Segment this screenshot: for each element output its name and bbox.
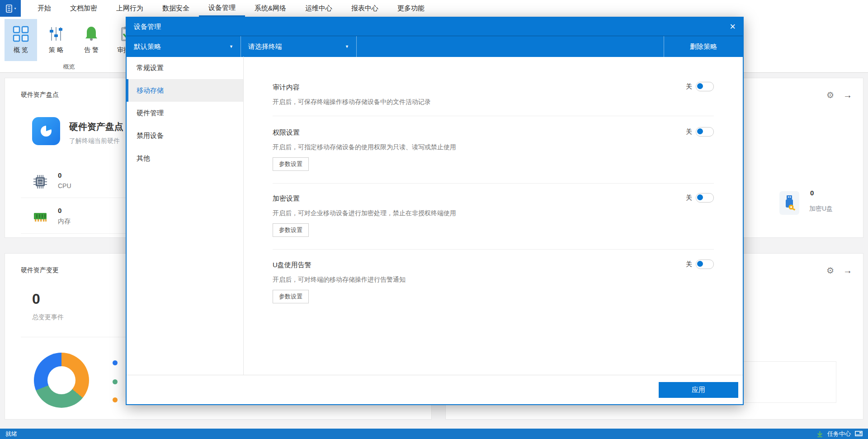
- bell-alert-icon: [83, 26, 99, 42]
- toggle-knob: [697, 128, 703, 134]
- memory-count-label: 内存: [58, 217, 71, 226]
- section-description: 开启后，可对企业移动设备进行加密处理，禁止在非授权终端使用: [273, 209, 714, 217]
- app-logo-icon: [5, 4, 13, 13]
- modal-content: 审计内容 关 开启后，可保存终端操作移动存储设备中的文件活动记录 权限设置 关 …: [244, 57, 743, 375]
- section-description: 开启后，可对终端的移动存储操作进行告警通知: [273, 276, 714, 284]
- grid-overview-icon: [13, 26, 29, 42]
- sidebar-item-disable-devices[interactable]: 禁用设备: [127, 124, 243, 147]
- svg-text:CPU: CPU: [38, 181, 43, 184]
- usb-usage-alert-toggle[interactable]: [696, 260, 714, 269]
- memory-count-value: 0: [58, 207, 61, 214]
- total-change-label: 总变更事件: [32, 313, 64, 321]
- task-center-button[interactable]: 任务中心: [827, 430, 851, 438]
- hardware-change-donut-chart: [34, 353, 89, 408]
- hardware-inventory-tile[interactable]: [32, 117, 60, 145]
- menu-item-more-functions[interactable]: 更多功能: [388, 0, 434, 17]
- ribbon-buttons: 概 览 策 略 告 警: [5, 19, 143, 61]
- terminal-dropdown-value: 请选择终端: [248, 42, 282, 51]
- sidebar-item-hardware-management[interactable]: 硬件管理: [127, 102, 243, 124]
- close-icon[interactable]: ×: [730, 22, 736, 31]
- arrow-right-icon[interactable]: →: [843, 265, 852, 276]
- modal-sidebar: 常规设置 移动存储 硬件管理 禁用设备 其他: [127, 57, 244, 375]
- card-header: 硬件资产盘点: [21, 91, 59, 99]
- gear-icon[interactable]: ⚙: [826, 265, 834, 276]
- section-title: 加密设置: [273, 194, 714, 203]
- sidebar-item-other[interactable]: 其他: [127, 147, 243, 170]
- delete-policy-button[interactable]: 删除策略: [664, 36, 743, 57]
- permission-settings-toggle[interactable]: [696, 127, 714, 137]
- monitor-icon[interactable]: [855, 431, 863, 437]
- toggle-state-label: 关: [686, 83, 692, 91]
- toolbar-spacer: [357, 36, 664, 57]
- ribbon-group-label: 概览: [0, 63, 138, 71]
- sliders-policy-icon: [48, 26, 64, 42]
- parameter-settings-button[interactable]: 参数设置: [273, 157, 309, 171]
- toggle-state-label: 关: [686, 128, 692, 136]
- download-icon[interactable]: [816, 430, 823, 438]
- pie-chart-icon: [39, 124, 53, 138]
- toggle-knob: [697, 194, 703, 200]
- encrypted-usb-value: 0: [810, 189, 814, 197]
- menu-item-start[interactable]: 开始: [28, 0, 61, 17]
- modal-title-bar: 设备管理 ×: [127, 18, 743, 36]
- section-title: 审计内容: [273, 83, 714, 92]
- encrypted-usb-label: 加密U盘: [809, 205, 833, 213]
- section-audit-content: 审计内容 关 开启后，可保存终端操作移动存储设备中的文件活动记录: [273, 77, 714, 116]
- gear-icon[interactable]: ⚙: [826, 90, 834, 100]
- ribbon-button-label: 告 警: [84, 46, 99, 54]
- menu-item-report-center[interactable]: 报表中心: [342, 0, 388, 17]
- ram-stick-icon: [33, 212, 47, 225]
- cpu-count-value: 0: [58, 171, 61, 179]
- legend-dot-orange: [113, 397, 118, 402]
- toggle-state-label: 关: [686, 260, 692, 269]
- section-description: 开启后，可保存终端操作移动存储设备中的文件活动记录: [273, 98, 714, 106]
- ribbon-button-overview[interactable]: 概 览: [5, 19, 37, 61]
- arrow-right-icon[interactable]: →: [843, 90, 852, 100]
- chevron-down-icon: ▼: [229, 44, 233, 49]
- menu-item-data-security[interactable]: 数据安全: [153, 0, 199, 17]
- ribbon-button-alert[interactable]: 告 警: [75, 19, 108, 61]
- status-bar: 就绪 任务中心: [0, 429, 868, 439]
- status-ready-text: 就绪: [5, 430, 17, 438]
- top-menu-bar: ▾ 开始 文档加密 上网行为 数据安全 设备管理 系统&网络 运维中心 报表中心…: [0, 0, 868, 17]
- cpu-count-label: CPU: [58, 182, 71, 189]
- parameter-settings-button[interactable]: 参数设置: [273, 223, 309, 237]
- section-permission-settings: 权限设置 关 开启后，可指定移动存储设备的使用权限为只读、读写或禁止使用 参数设…: [273, 116, 714, 184]
- modal-body: 常规设置 移动存储 硬件管理 禁用设备 其他 审计内容 关 开启后，可保存终端操…: [127, 57, 743, 375]
- section-description: 开启后，可指定移动存储设备的使用权限为只读、读写或禁止使用: [273, 143, 714, 151]
- toggle-knob: [697, 83, 703, 89]
- ribbon-button-policy[interactable]: 策 略: [40, 19, 72, 61]
- app-menu-button[interactable]: ▾: [0, 0, 21, 17]
- cpu-chip-icon: CPU: [33, 175, 47, 190]
- ribbon-button-label: 概 览: [14, 46, 28, 54]
- encryption-settings-toggle[interactable]: [696, 193, 714, 203]
- section-encryption-settings: 加密设置 关 开启后，可对企业移动设备进行加密处理，禁止在非授权终端使用 参数设…: [273, 184, 714, 250]
- menu-item-web-behavior[interactable]: 上网行为: [107, 0, 153, 17]
- section-usb-usage-alert: U盘使用告警 关 开启后，可对终端的移动存储操作进行告警通知 参数设置: [273, 250, 714, 317]
- menu-item-system-network[interactable]: 系统&网络: [245, 0, 296, 17]
- parameter-settings-button[interactable]: 参数设置: [273, 290, 309, 303]
- policy-dropdown-value: 默认策略: [134, 42, 161, 51]
- section-title: U盘使用告警: [273, 261, 714, 269]
- modal-toolbar: 默认策略 ▼ 请选择终端 ▼ 删除策略: [127, 36, 743, 57]
- menu-item-ops-center[interactable]: 运维中心: [296, 0, 342, 17]
- sidebar-item-removable-storage[interactable]: 移动存储: [127, 79, 243, 102]
- menu-item-doc-encryption[interactable]: 文档加密: [61, 0, 107, 17]
- terminal-dropdown[interactable]: 请选择终端 ▼: [241, 36, 357, 57]
- empty-list-box: [728, 361, 836, 403]
- card-header: 硬件资产变更: [21, 266, 59, 274]
- tile-title: 硬件资产盘点: [69, 121, 123, 133]
- menu-item-device-management[interactable]: 设备管理: [199, 0, 245, 17]
- modal-footer: 应用: [127, 375, 743, 404]
- legend-dot-green: [113, 379, 118, 384]
- app-menu-caret-icon: ▾: [14, 7, 16, 10]
- apply-button[interactable]: 应用: [659, 382, 738, 398]
- policy-dropdown[interactable]: 默认策略 ▼: [127, 36, 241, 57]
- audit-content-toggle[interactable]: [696, 82, 714, 91]
- toggle-state-label: 关: [686, 194, 692, 202]
- sidebar-item-general-settings[interactable]: 常规设置: [127, 57, 243, 79]
- donut-hole: [47, 366, 75, 394]
- modal-title: 设备管理: [134, 23, 161, 31]
- chevron-down-icon: ▼: [345, 44, 349, 49]
- tile-subtitle: 了解终端当前硬件: [69, 137, 120, 145]
